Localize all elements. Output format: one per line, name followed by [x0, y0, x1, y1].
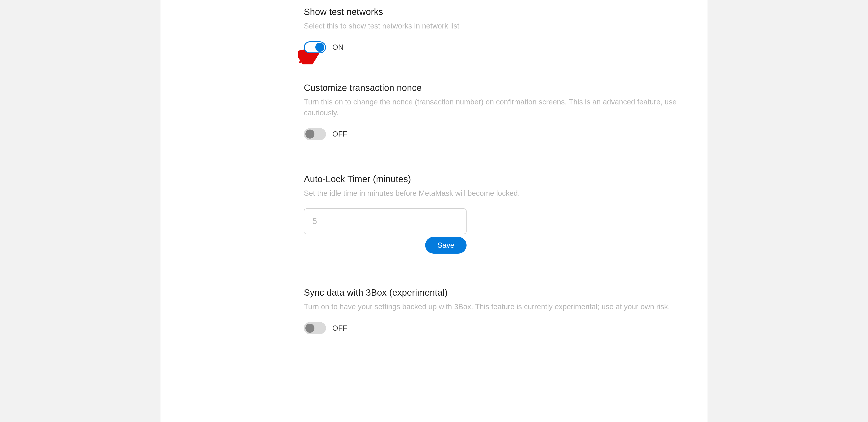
setting-title: Auto-Lock Timer (minutes): [304, 174, 686, 184]
toggle-knob: [305, 324, 314, 333]
setting-title: Sync data with 3Box (experimental): [304, 288, 686, 298]
customize-nonce-toggle[interactable]: [304, 128, 326, 140]
toggle-knob: [305, 129, 314, 139]
toggle-state-label: ON: [332, 43, 344, 52]
setting-title: Show test networks: [304, 7, 686, 17]
toggle-state-label: OFF: [332, 324, 347, 332]
setting-description: Set the idle time in minutes before Meta…: [304, 188, 686, 199]
auto-lock-minutes-input[interactable]: [304, 208, 467, 234]
setting-auto-lock-timer: Auto-Lock Timer (minutes) Set the idle t…: [304, 174, 686, 254]
setting-show-test-networks: Show test networks Select this to show t…: [304, 7, 686, 53]
setting-title: Customize transaction nonce: [304, 83, 686, 93]
setting-customize-nonce: Customize transaction nonce Turn this on…: [304, 83, 686, 140]
toggle-row: OFF: [304, 322, 686, 334]
save-button[interactable]: Save: [425, 237, 467, 253]
show-test-networks-toggle[interactable]: [304, 41, 326, 53]
save-row: Save: [304, 237, 467, 253]
setting-description: Turn this on to change the nonce (transa…: [304, 96, 686, 118]
setting-sync-3box: Sync data with 3Box (experimental) Turn …: [304, 288, 686, 334]
setting-description: Select this to show test networks in net…: [304, 21, 686, 31]
toggle-row: ON: [304, 41, 686, 53]
setting-description: Turn on to have your settings backed up …: [304, 301, 686, 312]
toggle-row: OFF: [304, 128, 686, 140]
sync-3box-toggle[interactable]: [304, 322, 326, 334]
settings-content: Show test networks Select this to show t…: [304, 0, 686, 334]
toggle-state-label: OFF: [332, 130, 347, 138]
toggle-knob: [315, 43, 324, 52]
settings-panel: Show test networks Select this to show t…: [160, 0, 707, 422]
